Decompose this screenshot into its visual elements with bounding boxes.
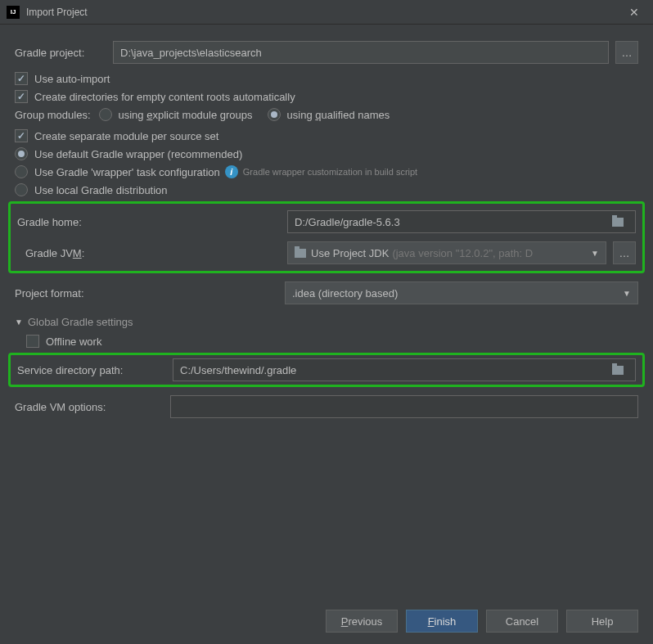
create-dirs-label: Create directories for empty content roo… <box>34 91 295 103</box>
gradle-home-label: Gradle home: <box>17 216 287 228</box>
info-icon: i <box>225 165 238 178</box>
window-title: Import Project <box>26 7 88 18</box>
wrapper-local-radio[interactable] <box>15 183 28 196</box>
group-explicit-radio[interactable] <box>99 108 112 121</box>
folder-icon <box>612 218 624 227</box>
highlight-gradle-home-jvm: Gradle home: D:/Gradle/gradle-5.6.3 Grad… <box>8 201 645 273</box>
separate-module-label: Create separate module per source set <box>34 130 218 142</box>
finish-button[interactable]: Finish <box>406 610 478 633</box>
gradle-project-input[interactable] <box>113 41 609 64</box>
folder-icon <box>295 249 306 258</box>
group-modules-label: Group modules: <box>15 109 91 121</box>
gradle-jvm-dropdown[interactable]: Use Project JDK (java version "12.0.2", … <box>287 241 606 264</box>
create-dirs-checkbox[interactable] <box>15 90 28 103</box>
chevron-down-icon: ▼ <box>591 249 599 258</box>
group-qualified-label: using qualified names <box>287 109 390 121</box>
titlebar: Import Project ✕ <box>0 0 653 25</box>
folder-icon <box>612 366 624 375</box>
offline-work-checkbox[interactable] <box>26 335 39 348</box>
browse-gradle-project-button[interactable]: … <box>615 41 638 64</box>
help-button[interactable]: Help <box>566 610 638 633</box>
wrapper-default-radio[interactable] <box>15 147 28 160</box>
gradle-jvm-hint: (java version "12.0.2", path: D <box>392 247 533 259</box>
wrapper-local-label: Use local Gradle distribution <box>34 184 168 196</box>
chevron-down-icon: ▼ <box>15 317 23 327</box>
button-bar: Previous Finish Cancel Help <box>326 610 638 633</box>
previous-button[interactable]: Previous <box>326 610 398 633</box>
gradle-jvm-label: Gradle JVM: <box>17 247 287 259</box>
project-format-value: .idea (directory based) <box>292 287 398 299</box>
vm-options-input[interactable] <box>170 395 638 418</box>
app-icon <box>7 6 20 19</box>
group-qualified-radio[interactable] <box>268 108 281 121</box>
service-dir-label: Service directory path: <box>17 364 173 376</box>
service-dir-input[interactable]: C:/Users/thewind/.gradle <box>173 358 636 381</box>
global-settings-toggle[interactable]: ▼ Global Gradle settings <box>15 316 638 328</box>
wrapper-task-label: Use Gradle 'wrapper' task configuration <box>34 166 220 178</box>
highlight-service-dir: Service directory path: C:/Users/thewind… <box>8 353 645 387</box>
gradle-jvm-value: Use Project JDK <box>311 247 389 259</box>
cancel-button[interactable]: Cancel <box>486 610 558 633</box>
project-format-dropdown[interactable]: .idea (directory based) ▼ <box>285 281 638 304</box>
chevron-down-icon: ▼ <box>623 289 631 298</box>
wrapper-default-label: Use default Gradle wrapper (recommended) <box>34 148 242 160</box>
global-settings-title: Global Gradle settings <box>28 316 133 328</box>
separate-module-checkbox[interactable] <box>15 129 28 142</box>
vm-options-label: Gradle VM options: <box>15 401 170 413</box>
offline-work-label: Offline work <box>46 336 101 348</box>
project-format-label: Project format: <box>15 287 285 299</box>
wrapper-info-text: Gradle wrapper customization in build sc… <box>243 167 417 177</box>
gradle-home-value: D:/Gradle/gradle-5.6.3 <box>295 216 400 228</box>
gradle-project-label: Gradle project: <box>15 47 113 59</box>
close-icon[interactable]: ✕ <box>622 0 646 25</box>
auto-import-label: Use auto-import <box>34 73 110 85</box>
wrapper-task-radio[interactable] <box>15 165 28 178</box>
group-explicit-label: using explicit module groups <box>119 109 253 121</box>
service-dir-value: C:/Users/thewind/.gradle <box>180 364 296 376</box>
browse-jvm-button[interactable]: … <box>613 241 636 264</box>
gradle-home-input[interactable]: D:/Gradle/gradle-5.6.3 <box>287 210 636 233</box>
auto-import-checkbox[interactable] <box>15 72 28 85</box>
